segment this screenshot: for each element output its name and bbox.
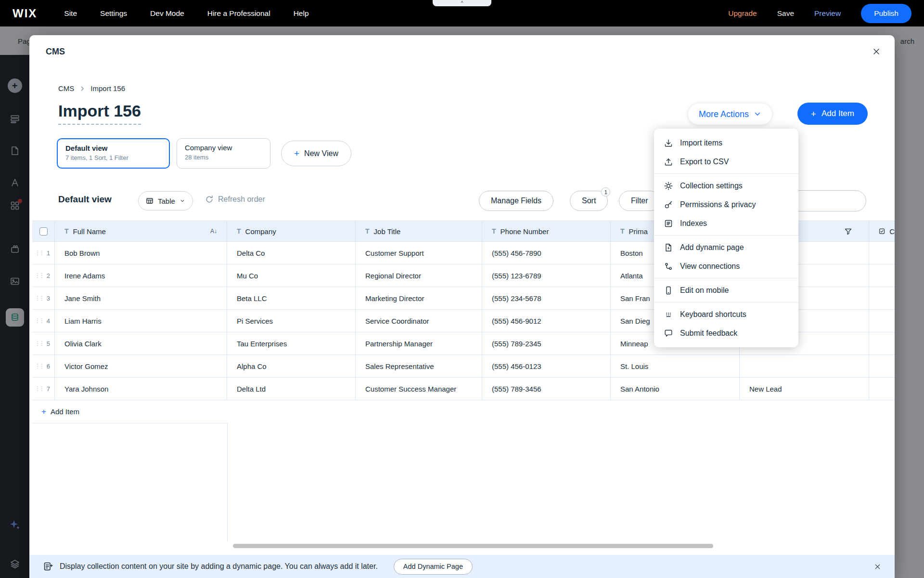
- menu-help[interactable]: Help: [294, 9, 309, 18]
- column-header-phone-number[interactable]: T Phone Number: [482, 221, 611, 241]
- cell-job-title[interactable]: Partnership Manager: [356, 332, 482, 355]
- refresh-order-button[interactable]: Refresh order: [205, 195, 265, 204]
- layout-selector[interactable]: Table: [138, 191, 193, 210]
- modal-close-button[interactable]: [871, 46, 882, 57]
- cell-checkbox[interactable]: [869, 355, 895, 377]
- menu-item-indexes[interactable]: Indexes: [654, 214, 798, 233]
- manage-fields-button[interactable]: Manage Fields: [479, 191, 553, 211]
- export-icon: [664, 157, 673, 167]
- cell-job-title[interactable]: Sales Representative: [356, 355, 482, 377]
- view-tab-company[interactable]: Company view 28 items: [177, 138, 270, 169]
- drag-handle-icon[interactable]: ⋮⋮: [35, 272, 43, 279]
- publish-button[interactable]: Publish: [861, 4, 911, 23]
- drag-handle-icon[interactable]: ⋮⋮: [35, 250, 43, 256]
- menu-dev-mode[interactable]: Dev Mode: [150, 9, 184, 18]
- feedback-icon: [664, 328, 673, 338]
- breadcrumb-cms[interactable]: CMS: [58, 84, 74, 92]
- cell-job-title[interactable]: Customer Success Manager: [356, 378, 482, 400]
- cell-company[interactable]: Pi Services: [227, 310, 356, 332]
- column-header-full-name[interactable]: T Full Name A↓: [55, 221, 227, 241]
- select-all-checkbox[interactable]: [39, 227, 48, 236]
- frozen-column-divider: [227, 423, 228, 541]
- cell-company[interactable]: Tau Enterprises: [227, 332, 356, 355]
- cell-status[interactable]: New Lead: [740, 378, 869, 400]
- add-item-button[interactable]: + Add Item: [797, 103, 868, 125]
- menu-item-collection-settings[interactable]: Collection settings: [654, 176, 798, 195]
- drag-handle-icon[interactable]: ⋮⋮: [35, 295, 43, 302]
- add-dynamic-page-button[interactable]: Add Dynamic Page: [394, 559, 473, 575]
- cell-phone[interactable]: (555) 456-7890: [482, 242, 611, 264]
- collapse-topbar-tab[interactable]: ^: [433, 0, 491, 6]
- banner-close-button[interactable]: [874, 563, 881, 570]
- cell-company[interactable]: Delta Ltd: [227, 378, 356, 400]
- wix-logo[interactable]: WIX: [13, 7, 37, 20]
- menu-item-submit-feedback[interactable]: Submit feedback: [654, 324, 798, 342]
- new-view-button[interactable]: + New View: [281, 141, 351, 166]
- cell-checkbox[interactable]: [869, 332, 895, 355]
- preview-button[interactable]: Preview: [814, 9, 841, 18]
- menu-divider: [654, 173, 798, 174]
- cell-full-name[interactable]: Liam Harris: [55, 310, 227, 332]
- menu-hire-a-professional[interactable]: Hire a Professional: [207, 9, 270, 18]
- menu-site[interactable]: Site: [64, 9, 77, 18]
- cell-phone[interactable]: (555) 789-2345: [482, 332, 611, 355]
- drag-handle-icon[interactable]: ⋮⋮: [35, 340, 43, 347]
- cell-checkbox[interactable]: [869, 242, 895, 264]
- banner-text: Display collection content on your site …: [60, 562, 378, 571]
- cell-full-name[interactable]: Bob Brown: [55, 242, 227, 264]
- cell-phone[interactable]: (555) 234-5678: [482, 287, 611, 309]
- cell-checkbox[interactable]: [869, 264, 895, 287]
- text-field-icon: T: [620, 227, 625, 235]
- dynamic-page-banner: Display collection content on your site …: [29, 555, 895, 578]
- cell-checkbox[interactable]: [869, 287, 895, 309]
- menu-item-import-items[interactable]: Import items: [654, 133, 798, 152]
- drag-handle-icon[interactable]: ⋮⋮: [35, 363, 43, 369]
- cell-phone[interactable]: (555) 123-6789: [482, 264, 611, 287]
- cell-full-name[interactable]: Irene Adams: [55, 264, 227, 287]
- cell-company[interactable]: Beta LLC: [227, 287, 356, 309]
- cell-full-name[interactable]: Olivia Clark: [55, 332, 227, 355]
- cell-phone[interactable]: (555) 456-0123: [482, 355, 611, 377]
- drag-handle-icon[interactable]: ⋮⋮: [35, 317, 43, 324]
- cell-location[interactable]: San Antonio: [611, 378, 740, 400]
- cell-company[interactable]: Delta Co: [227, 242, 356, 264]
- menu-item-edit-on-mobile[interactable]: Edit on mobile: [654, 281, 798, 300]
- cell-checkbox[interactable]: [869, 378, 895, 400]
- upgrade-link[interactable]: Upgrade: [728, 9, 757, 18]
- table-row[interactable]: ⋮⋮6 Victor Gomez Alpha Co Sales Represen…: [32, 355, 895, 378]
- column-header-c[interactable]: C: [869, 221, 895, 241]
- cell-phone[interactable]: (555) 456-9012: [482, 310, 611, 332]
- more-actions-button[interactable]: More Actions: [688, 104, 772, 125]
- column-header-job-title[interactable]: T Job Title: [356, 221, 482, 241]
- view-tab-default[interactable]: Default view 7 items, 1 Sort, 1 Filter: [57, 138, 170, 169]
- cell-location[interactable]: St. Louis: [611, 355, 740, 377]
- table-row[interactable]: ⋮⋮7 Yara Johnson Delta Ltd Customer Succ…: [32, 378, 895, 400]
- cell-phone[interactable]: (555) 789-3456: [482, 378, 611, 400]
- cell-company[interactable]: Mu Co: [227, 264, 356, 287]
- collection-title: Import 156: [58, 102, 141, 125]
- plus-icon: +: [811, 109, 816, 118]
- cell-job-title[interactable]: Service Coordinator: [356, 310, 482, 332]
- menu-settings[interactable]: Settings: [100, 9, 127, 18]
- close-icon: [874, 563, 881, 570]
- cell-company[interactable]: Alpha Co: [227, 355, 356, 377]
- cell-job-title[interactable]: Marketing Director: [356, 287, 482, 309]
- cell-job-title[interactable]: Regional Director: [356, 264, 482, 287]
- horizontal-scrollbar[interactable]: [233, 544, 713, 548]
- cell-full-name[interactable]: Yara Johnson: [55, 378, 227, 400]
- cell-status[interactable]: [740, 355, 869, 377]
- cell-full-name[interactable]: Victor Gomez: [55, 355, 227, 377]
- menu-item-keyboard-shortcuts[interactable]: Keyboard shortcuts: [654, 305, 798, 324]
- menu-item-permissions-privacy[interactable]: Permissions & privacy: [654, 195, 798, 214]
- table-add-item-button[interactable]: + Add Item: [32, 400, 895, 423]
- menu-item-export-to-csv[interactable]: Export to CSV: [654, 152, 798, 171]
- cell-job-title[interactable]: Customer Support: [356, 242, 482, 264]
- cell-checkbox[interactable]: [869, 310, 895, 332]
- drag-handle-icon[interactable]: ⋮⋮: [35, 385, 43, 392]
- save-button[interactable]: Save: [777, 9, 794, 18]
- column-header-company[interactable]: T Company: [227, 221, 356, 241]
- menu-item-view-connections[interactable]: View connections: [654, 257, 798, 276]
- cell-full-name[interactable]: Jane Smith: [55, 287, 227, 309]
- menu-item-add-dynamic-page[interactable]: Add dynamic page: [654, 238, 798, 257]
- sort-button[interactable]: Sort 1: [570, 191, 608, 211]
